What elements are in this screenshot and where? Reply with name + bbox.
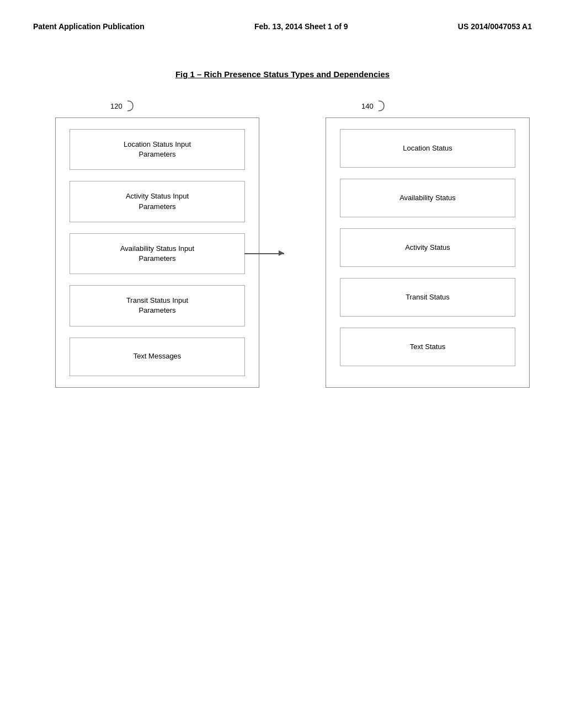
left-outer-box: Location Status Input Parameters Activit…	[55, 117, 259, 388]
left-box-2: Activity Status Input Parameters	[70, 181, 245, 222]
page-header: Patent Application Publication Feb. 13, …	[33, 22, 532, 36]
figure-title: Fig 1 – Rich Presence Status Types and D…	[33, 69, 532, 79]
diagram-area: 120 140 Location Status Input Parameters…	[33, 106, 532, 399]
right-box-5: Text Status	[340, 328, 515, 366]
header-center-text: Feb. 13, 2014 Sheet 1 of 9	[254, 22, 348, 31]
header-left-text: Patent Application Publication	[33, 22, 145, 31]
left-box-3: Availability Status Input Parameters	[70, 233, 245, 274]
right-box-2: Availability Status	[340, 179, 515, 217]
left-box-5: Text Messages	[70, 338, 245, 376]
label-120: 120	[110, 100, 147, 112]
connector-line	[244, 253, 284, 254]
bracket-right-icon	[376, 100, 398, 112]
header-right-text: US 2014/0047053 A1	[458, 22, 532, 31]
right-box-1: Location Status	[340, 129, 515, 168]
column-spacer	[292, 117, 326, 388]
right-outer-box: Location Status Availability Status Acti…	[326, 117, 530, 388]
page: Patent Application Publication Feb. 13, …	[0, 0, 565, 728]
bracket-left-icon	[125, 100, 147, 112]
label-140: 140	[361, 100, 398, 112]
left-box-1: Location Status Input Parameters	[70, 129, 245, 170]
left-box-4: Transit Status Input Parameters	[70, 285, 245, 326]
right-box-3: Activity Status	[340, 228, 515, 267]
arrow-head-icon	[279, 250, 284, 256]
right-box-4: Transit Status	[340, 278, 515, 317]
